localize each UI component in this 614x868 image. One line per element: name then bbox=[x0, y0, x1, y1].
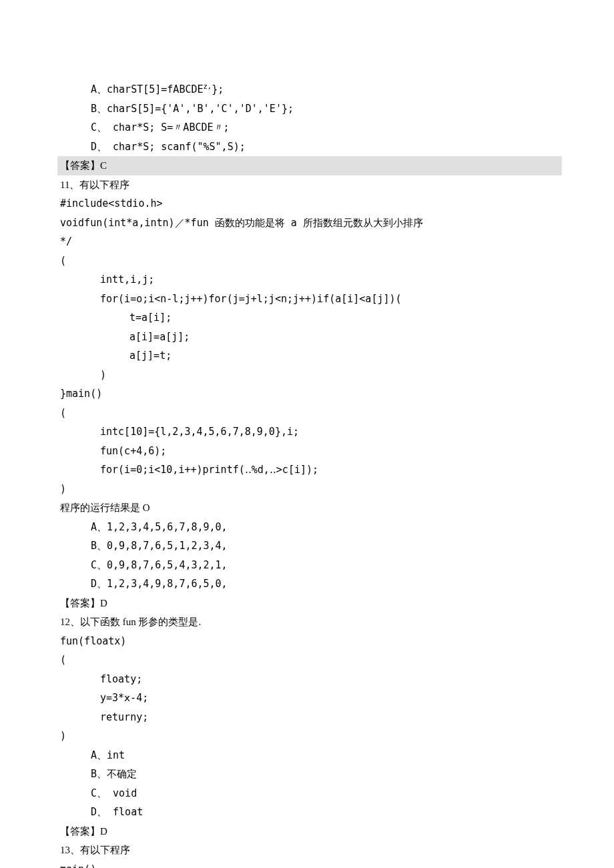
code-line: intc[10]={l,2,3,4,5,6,7,8,9,0},i; bbox=[60, 422, 554, 442]
code-line: intt,i,j; bbox=[60, 270, 554, 290]
code-line: ( bbox=[60, 650, 554, 670]
q11-result-label: 程序的运行结果是 O bbox=[60, 498, 554, 518]
option-text: charST[5]=fABCDE bbox=[107, 83, 204, 95]
q12-option-a: A、int bbox=[60, 746, 554, 765]
code-line: main() bbox=[60, 860, 554, 869]
option-tail: }; bbox=[212, 83, 224, 95]
q12-heading: 12、以下函数 fun 形参的类型是. bbox=[60, 612, 554, 632]
code-line: ) bbox=[60, 480, 554, 499]
q11-option-b: B、0,9,8,7,6,5,1,2,3,4, bbox=[60, 536, 554, 556]
code-line: ( bbox=[60, 404, 554, 423]
option-sup: z, bbox=[204, 82, 212, 90]
q11-answer: 【答案】D bbox=[60, 594, 554, 613]
code-line: */ bbox=[60, 232, 554, 252]
q12-option-b: B、不确定 bbox=[60, 765, 554, 784]
q12-option-c: C、 void bbox=[60, 784, 554, 803]
q10-option-a: A、charST[5]=fABCDEz,}; bbox=[60, 80, 554, 99]
code-line: y=3*ⅹ-4; bbox=[60, 689, 554, 708]
option-label: A、 bbox=[91, 83, 107, 95]
code-line: #include<stdio.h> bbox=[60, 194, 554, 213]
q11-option-a: A、1,2,3,4,5,6,7,8,9,0, bbox=[60, 518, 554, 537]
code-line: a[j]=t; bbox=[60, 346, 554, 366]
code-line: ) bbox=[60, 366, 554, 385]
q10-option-c: C、 char*S; S=〃ABCDE〃; bbox=[60, 118, 554, 137]
q10-answer: 【答案】C bbox=[57, 156, 562, 175]
code-line: a[i]=a[j]; bbox=[60, 328, 554, 347]
code-line: fun(floatx) bbox=[60, 632, 554, 651]
code-line: floaty; bbox=[60, 670, 554, 689]
q13-heading: 13、有以下程序 bbox=[60, 841, 554, 860]
q11-option-d: D、1,2,3,4,9,8,7,6,5,0, bbox=[60, 574, 554, 594]
q12-answer: 【答案】D bbox=[60, 822, 554, 841]
code-line: }main() bbox=[60, 384, 554, 404]
code-line: fun(c+4,6); bbox=[60, 442, 554, 461]
q11-option-c: C、0,9,8,7,6,5,4,3,2,1, bbox=[60, 556, 554, 575]
q12-option-d: D、 float bbox=[60, 803, 554, 822]
code-line: voidfun(int*a,intn)／*fun 函数的功能是将 a 所指数组元… bbox=[60, 213, 554, 233]
code-line: ) bbox=[60, 727, 554, 746]
code-line: for(i=0;i<10,i++)printf(‥%d,‥>c[i]); bbox=[60, 460, 554, 480]
q10-option-d: D、 char*S; scanf("%S",S); bbox=[60, 137, 554, 157]
document-page: A、charST[5]=fABCDEz,}; B、charS[5]={'A','… bbox=[0, 0, 614, 868]
code-line: for(i=o;i<n-l;j++)for(j=j+l;j<n;j++)if(a… bbox=[60, 290, 554, 309]
code-line: returny; bbox=[60, 708, 554, 727]
code-line: t=a[i]; bbox=[60, 308, 554, 328]
q10-option-b: B、charS[5]={'A','B','C','D','E'}; bbox=[60, 99, 554, 119]
q11-heading: 11、有以下程序 bbox=[60, 175, 554, 195]
code-line: ( bbox=[60, 252, 554, 271]
